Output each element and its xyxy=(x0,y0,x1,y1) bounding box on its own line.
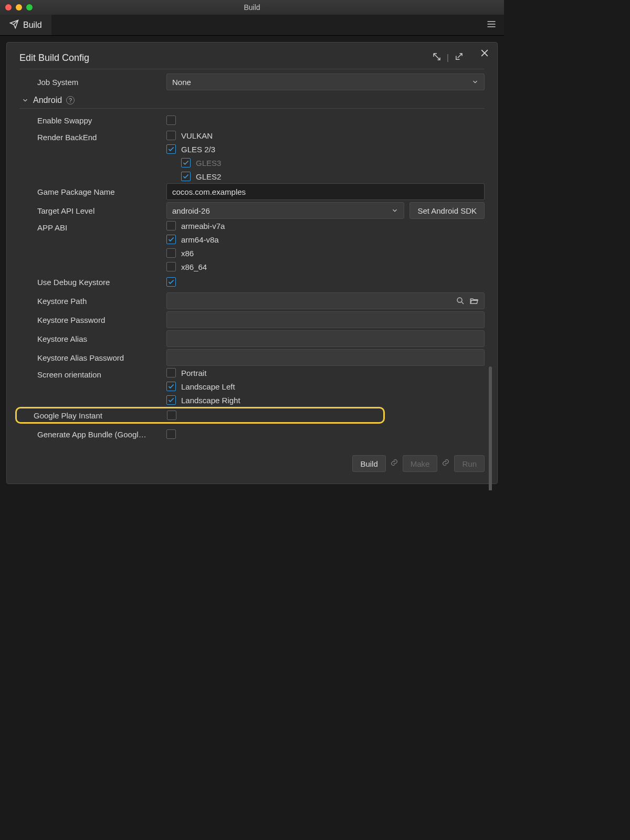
target-api-select[interactable]: android-26 xyxy=(166,202,404,219)
package-name-input[interactable]: cocos.com.examples xyxy=(166,183,485,200)
render-backend-label: Render BackEnd xyxy=(19,131,166,142)
tab-label: Build xyxy=(23,20,42,30)
gles3-option: GLES3 xyxy=(196,159,221,167)
make-button[interactable]: Make xyxy=(403,455,438,472)
export-icon[interactable] xyxy=(454,52,464,64)
link-icon xyxy=(442,458,450,469)
debug-keystore-label: Use Debug Keystore xyxy=(19,278,166,287)
armeabi-checkbox[interactable] xyxy=(166,221,176,230)
google-play-instant-row: Google Play Instant xyxy=(15,407,385,424)
panel-title: Edit Build Config xyxy=(19,52,89,64)
help-icon[interactable]: ? xyxy=(66,96,75,104)
chevron-down-icon xyxy=(471,78,479,86)
gles2-option: GLES2 xyxy=(196,172,221,181)
gles3-checkbox[interactable] xyxy=(181,158,191,167)
window-title: Build xyxy=(0,3,504,12)
chevron-down-icon xyxy=(391,207,398,214)
keystore-path-label: Keystore Path xyxy=(19,297,166,306)
gles2-checkbox[interactable] xyxy=(181,172,191,181)
keystore-password-label: Keystore Password xyxy=(19,316,166,324)
traffic-lights xyxy=(5,4,33,10)
enable-swappy-label: Enable Swappy xyxy=(19,116,166,125)
keystore-alias-input[interactable] xyxy=(166,330,485,347)
armeabi-option: armeabi-v7a xyxy=(181,222,225,230)
close-panel-button[interactable] xyxy=(479,48,490,60)
landscape-left-option: Landscape Left xyxy=(181,382,235,391)
portrait-checkbox[interactable] xyxy=(166,368,176,377)
app-bundle-label: Generate App Bundle (Googl… xyxy=(19,430,166,439)
paperplane-icon xyxy=(9,19,19,31)
import-icon[interactable] xyxy=(432,52,442,64)
vulkan-option: VULKAN xyxy=(181,131,213,140)
tabbar: Build xyxy=(0,15,504,36)
set-android-sdk-button[interactable]: Set Android SDK xyxy=(410,202,485,219)
job-system-select[interactable]: None xyxy=(166,74,485,90)
keystore-alias-pw-label: Keystore Alias Password xyxy=(19,353,166,362)
x86-checkbox[interactable] xyxy=(166,248,176,258)
close-window-button[interactable] xyxy=(5,4,12,10)
build-button[interactable]: Build xyxy=(352,455,385,472)
landscape-right-option: Landscape Right xyxy=(181,396,240,405)
enable-swappy-checkbox[interactable] xyxy=(166,116,176,125)
target-api-label: Target API Level xyxy=(19,206,166,215)
menu-button[interactable] xyxy=(479,19,504,32)
x86-64-checkbox[interactable] xyxy=(166,262,176,271)
gles23-option: GLES 2/3 xyxy=(181,145,215,154)
landscape-left-checkbox[interactable] xyxy=(166,382,176,391)
titlebar: Build xyxy=(0,0,504,15)
vulkan-checkbox[interactable] xyxy=(166,131,176,140)
section-android[interactable]: Android ? xyxy=(19,92,485,109)
arm64-checkbox[interactable] xyxy=(166,235,176,244)
arm64-option: arm64-v8a xyxy=(181,235,219,244)
divider: | xyxy=(447,53,449,62)
gles23-checkbox[interactable] xyxy=(166,144,176,154)
form-body: Job System None Android ? Enable Swappy xyxy=(19,74,485,472)
job-system-label: Job System xyxy=(19,78,166,87)
build-config-panel: Edit Build Config | Job System None xyxy=(6,42,498,484)
chevron-down-icon xyxy=(22,97,29,104)
app-bundle-checkbox[interactable] xyxy=(166,429,176,439)
scrollbar[interactable] xyxy=(489,366,492,490)
svg-point-0 xyxy=(457,298,462,302)
portrait-option: Portrait xyxy=(181,369,206,377)
x86-64-option: x86_64 xyxy=(181,262,207,271)
landscape-right-checkbox[interactable] xyxy=(166,395,176,405)
tab-build[interactable]: Build xyxy=(0,15,51,35)
minimize-window-button[interactable] xyxy=(16,4,22,10)
keystore-path-input[interactable] xyxy=(166,292,485,309)
search-icon[interactable] xyxy=(456,296,465,306)
app-abi-label: APP ABI xyxy=(19,221,166,232)
x86-option: x86 xyxy=(181,249,194,258)
debug-keystore-checkbox[interactable] xyxy=(166,277,176,287)
keystore-alias-label: Keystore Alias xyxy=(19,334,166,343)
maximize-window-button[interactable] xyxy=(26,4,33,10)
orientation-label: Screen orientation xyxy=(19,368,166,379)
keystore-password-input[interactable] xyxy=(166,311,485,328)
gpi-label: Google Play Instant xyxy=(20,411,167,420)
gpi-checkbox[interactable] xyxy=(167,411,176,420)
keystore-alias-pw-input[interactable] xyxy=(166,349,485,366)
run-button[interactable]: Run xyxy=(454,455,485,472)
folder-open-icon[interactable] xyxy=(469,296,479,306)
link-icon xyxy=(390,458,398,469)
footer-actions: Build Make Run xyxy=(19,455,485,472)
package-name-label: Game Package Name xyxy=(19,187,166,196)
